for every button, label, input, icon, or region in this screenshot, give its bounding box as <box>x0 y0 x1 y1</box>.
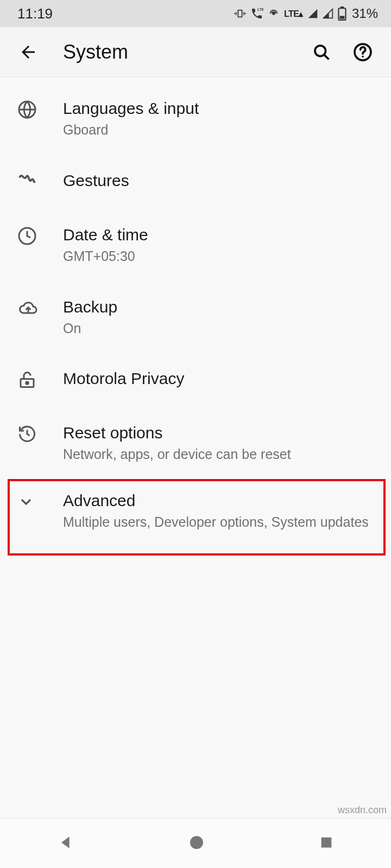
status-indicators: LTE LTE▴ 31% <box>234 6 378 21</box>
search-icon <box>312 42 331 62</box>
item-subtitle: GMT+05:30 <box>63 247 380 266</box>
svg-rect-21 <box>321 837 332 847</box>
nav-recents-button[interactable] <box>319 835 334 852</box>
item-title: Backup <box>63 296 380 317</box>
circle-home-icon <box>188 834 205 851</box>
item-title: Reset options <box>63 422 380 443</box>
status-bar: 11:19 LTE LTE▴ 31% <box>0 0 391 27</box>
network-lte-label: LTE▴ <box>284 9 303 19</box>
svg-rect-0 <box>238 10 242 17</box>
svg-point-13 <box>362 55 364 58</box>
item-title: Languages & input <box>63 98 380 119</box>
item-subtitle: Gboard <box>63 121 380 139</box>
svg-line-11 <box>324 54 329 59</box>
battery-percent: 31% <box>352 6 378 21</box>
gestures-item[interactable]: Gestures <box>0 155 391 209</box>
svg-point-19 <box>26 382 29 385</box>
svg-text:LTE: LTE <box>257 8 263 11</box>
back-button[interactable] <box>15 42 41 62</box>
item-title: Date & time <box>63 224 380 245</box>
date-time-item[interactable]: Date & time GMT+05:30 <box>0 209 391 281</box>
svg-rect-9 <box>340 16 345 18</box>
app-bar: System <box>0 27 391 77</box>
watermark: wsxdn.com <box>338 805 387 816</box>
search-button[interactable] <box>308 39 335 65</box>
signal-1-icon <box>307 8 318 19</box>
svg-point-20 <box>190 836 203 849</box>
motorola-privacy-item[interactable]: Motorola Privacy <box>0 353 391 407</box>
restore-icon <box>17 424 37 444</box>
item-title: Motorola Privacy <box>63 368 380 389</box>
vibrate-icon <box>234 8 246 20</box>
triangle-back-icon <box>57 834 74 851</box>
help-icon <box>353 42 373 62</box>
reset-options-item[interactable]: Reset options Network, apps, or device c… <box>0 407 391 479</box>
chevron-down-icon <box>17 493 35 510</box>
svg-point-6 <box>273 12 275 15</box>
square-recents-icon <box>319 835 334 850</box>
item-title: Gestures <box>63 170 380 191</box>
settings-list: Languages & input Gboard Gestures Date &… <box>0 77 391 556</box>
hotspot-icon <box>268 8 280 20</box>
gesture-icon <box>17 172 37 192</box>
languages-input-item[interactable]: Languages & input Gboard <box>0 82 391 155</box>
help-button[interactable] <box>350 39 376 65</box>
nav-home-button[interactable] <box>188 834 205 853</box>
unlock-icon <box>17 370 37 390</box>
volte-call-icon: LTE <box>250 7 263 20</box>
svg-rect-8 <box>340 7 344 8</box>
arrow-back-icon <box>18 42 38 62</box>
backup-item[interactable]: Backup On <box>0 281 391 353</box>
item-title: Advanced <box>63 490 373 511</box>
item-subtitle: On <box>63 320 380 338</box>
advanced-item[interactable]: Advanced Multiple users, Developer optio… <box>8 479 386 556</box>
battery-icon <box>338 7 346 21</box>
signal-2-icon <box>323 8 333 19</box>
svg-point-10 <box>315 46 326 56</box>
nav-back-button[interactable] <box>57 834 74 853</box>
cloud-upload-icon <box>17 298 39 318</box>
globe-icon <box>17 100 37 119</box>
item-subtitle: Network, apps, or device can be reset <box>63 445 380 464</box>
status-time: 11:19 <box>17 5 53 22</box>
navigation-bar <box>0 818 391 868</box>
item-subtitle: Multiple users, Developer options, Syste… <box>63 513 373 532</box>
page-title: System <box>63 41 308 63</box>
clock-icon <box>17 226 37 246</box>
